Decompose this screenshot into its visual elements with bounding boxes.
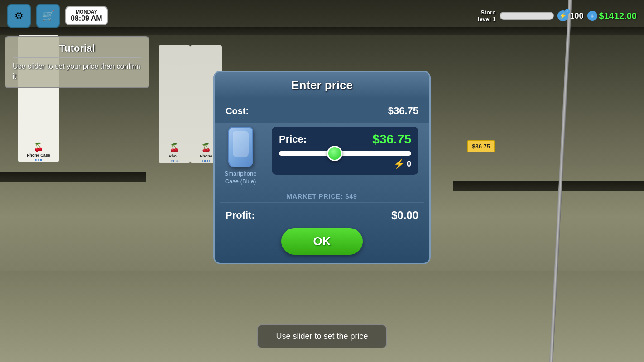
product-image-section: Smartphone Case (Blue)	[220, 127, 261, 186]
price-value: $36.75	[372, 132, 411, 147]
slider-track	[279, 151, 411, 156]
ok-button[interactable]: OK	[281, 228, 363, 255]
price-row: Price: $36.75	[279, 132, 411, 147]
cost-row: Cost: $36.75	[215, 99, 429, 123]
bolt-score-value: 0	[407, 159, 411, 169]
bolt-score-icon: ⚡	[394, 158, 405, 169]
bottom-hint: Use slider to set the price	[257, 324, 387, 348]
price-label: Price:	[279, 133, 307, 145]
price-section-wrapper: Price: $36.75 ⚡ 0	[266, 127, 424, 175]
bolt-score-row: ⚡ 0	[279, 158, 411, 169]
price-slider-container[interactable]	[279, 151, 411, 156]
price-section: Price: $36.75 ⚡ 0	[272, 127, 418, 175]
cost-label: Cost:	[226, 106, 249, 116]
modal-overlay: Enter price Cost: $36.75 Smartphone Case…	[0, 0, 644, 362]
slider-thumb[interactable]	[327, 146, 342, 161]
modal-body: Cost: $36.75 Smartphone Case (Blue) Pric…	[215, 99, 429, 255]
market-price-row: MARKET PRICE: $49	[215, 189, 429, 202]
profit-label: Profit:	[226, 210, 255, 221]
product-name-label: Smartphone Case (Blue)	[220, 170, 261, 186]
phone-case-image	[228, 127, 253, 167]
modal-title: Enter price	[215, 72, 429, 99]
modal-content-row: Smartphone Case (Blue) Price: $36.75	[215, 123, 429, 189]
profit-row: Profit: $0.00	[215, 203, 429, 228]
profit-value: $0.00	[391, 209, 418, 222]
price-entry-modal: Enter price Cost: $36.75 Smartphone Case…	[213, 71, 431, 264]
cost-value: $36.75	[388, 105, 418, 117]
